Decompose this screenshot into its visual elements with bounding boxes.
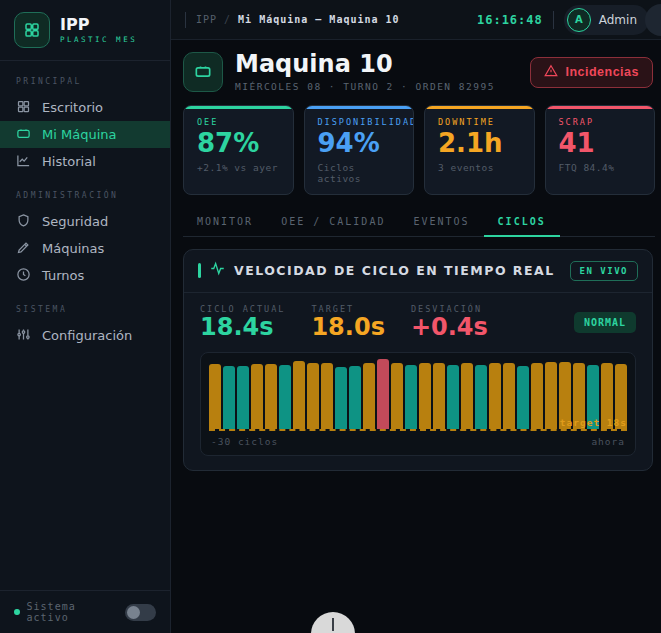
- nav-section-principal: PRINCIPAL: [0, 61, 170, 94]
- panel-header: VELOCIDAD DE CICLO EN TIEMPO REAL EN VIV…: [184, 250, 652, 293]
- kpi-subtext: FTQ 84.4%: [559, 162, 642, 173]
- cycle-bar: [531, 363, 543, 429]
- kpi-value: 2.1h: [438, 129, 521, 158]
- stat-value-target: 18.0s: [311, 314, 385, 342]
- shield-icon: [16, 213, 31, 231]
- cycle-bar: [433, 363, 445, 429]
- machine-icon: [16, 126, 31, 144]
- breadcrumb-current: Mi Máquina — Maquina 10: [238, 14, 399, 25]
- tab-eventos[interactable]: EVENTOS: [399, 209, 483, 237]
- stat-value-ciclo-actual: 18.4s: [200, 314, 285, 342]
- content: Maquina 10 MIÉRCOLES 08 · TURNO 2 · ORDE…: [171, 40, 661, 633]
- topbar-divider: [553, 11, 554, 29]
- kpi-accent: [305, 106, 414, 109]
- sidebar-item-maquinas[interactable]: Máquinas: [0, 235, 170, 262]
- sidebar-item-label: Turnos: [42, 268, 84, 283]
- cycle-bar: [321, 363, 333, 429]
- sliders-icon: [16, 327, 31, 345]
- user-name: Admin: [599, 13, 637, 27]
- toggle-knob: [127, 606, 140, 619]
- sidebar-item-seguridad[interactable]: Seguridad: [0, 208, 170, 235]
- system-status-dot: [14, 609, 20, 615]
- x-axis-labels: -30 ciclos ahora: [209, 431, 627, 455]
- machine-icon: [183, 52, 223, 92]
- cycle-bar: [363, 363, 375, 429]
- brand-logo-icon: [14, 12, 50, 48]
- live-badge: EN VIVO: [570, 261, 638, 281]
- cycle-bar: [209, 364, 221, 429]
- kpi-value: 87%: [197, 129, 280, 158]
- sidebar-item-label: Configuración: [42, 328, 132, 343]
- kpi-label: DISPONIBILIDAD: [318, 117, 401, 127]
- system-status-label: Sistema activo: [27, 601, 118, 623]
- breadcrumb-separator: /: [224, 14, 231, 25]
- cycle-bar: [419, 363, 431, 429]
- topbar: IPP / Mi Máquina — Maquina 10 16:16:48 A…: [171, 0, 661, 40]
- cycle-bar: [461, 363, 473, 429]
- axis-right-label: ahora: [591, 436, 625, 447]
- sidebar-footer: Sistema activo: [0, 590, 170, 633]
- breadcrumb-divider: [185, 12, 186, 28]
- warning-icon: [544, 64, 558, 81]
- kpi-card-downtime: DOWNTIME 2.1h 3 eventos: [424, 105, 535, 195]
- breadcrumb: IPP / Mi Máquina — Maquina 10: [196, 14, 400, 25]
- grid-icon: [16, 99, 31, 117]
- tab-oee-calidad[interactable]: OEE / CALIDAD: [267, 209, 399, 237]
- sidebar-item-configuracion[interactable]: Configuración: [0, 322, 170, 349]
- system-toggle[interactable]: [125, 604, 156, 621]
- incidents-button[interactable]: Incidencias: [530, 57, 653, 88]
- user-menu-button[interactable]: A Admin: [564, 5, 649, 35]
- sidebar-item-label: Mi Máquina: [42, 127, 116, 142]
- cycle-bar: [223, 366, 235, 429]
- sidebar-item-turnos[interactable]: Turnos: [0, 262, 170, 289]
- kpi-subtext: 3 eventos: [438, 162, 521, 173]
- cycle-bar: [265, 364, 277, 429]
- cycle-bar: [335, 367, 347, 429]
- sidebar-item-historial[interactable]: Historial: [0, 148, 170, 175]
- cycle-bar: [517, 366, 529, 429]
- sidebar-item-escritorio[interactable]: Escritorio: [0, 94, 170, 121]
- accent-bar: [198, 263, 201, 278]
- sidebar-item-label: Seguridad: [42, 214, 108, 229]
- clock-icon: [16, 267, 31, 285]
- kpi-value: 41: [559, 129, 642, 158]
- kpi-label: DOWNTIME: [438, 117, 521, 127]
- cycle-bar: [475, 365, 487, 429]
- page-subtitle: MIÉRCOLES 08 · TURNO 2 · ORDEN 82995: [235, 81, 495, 92]
- cycle-bar: [279, 365, 291, 429]
- brand-tagline: PLASTIC MES: [60, 35, 137, 44]
- history-chart-icon: [16, 153, 31, 171]
- arrow-up-icon: [332, 618, 334, 631]
- cycle-bar: [545, 362, 557, 429]
- brand: IPP PLASTIC MES: [0, 0, 170, 61]
- kpi-card-disponibilidad: DISPONIBILIDAD 94% Ciclos activos: [304, 105, 415, 195]
- kpi-accent: [184, 106, 293, 109]
- tab-ciclos[interactable]: CICLOS: [484, 209, 560, 237]
- tab-monitor[interactable]: MONITOR: [183, 209, 267, 237]
- kpi-accent: [546, 106, 655, 109]
- sidebar-item-label: Historial: [42, 154, 96, 169]
- kpi-subtext: Ciclos activos: [318, 162, 401, 184]
- breadcrumb-root[interactable]: IPP: [196, 14, 217, 25]
- kpi-row: OEE 87% +2.1% vs ayer DISPONIBILIDAD 94%…: [183, 105, 655, 195]
- kpi-label: OEE: [197, 117, 280, 127]
- avatar: A: [567, 8, 591, 32]
- stat-value-desviacion: +0.4s: [411, 314, 488, 342]
- cycle-bar: [293, 361, 305, 429]
- tab-bar: MONITOR OEE / CALIDAD EVENTOS CICLOS: [183, 209, 655, 237]
- cycle-bar: [503, 363, 515, 429]
- sidebar-item-label: Máquinas: [42, 241, 104, 256]
- cycle-bar: [237, 366, 249, 429]
- pencil-icon: [16, 240, 31, 258]
- cycle-bar: [349, 366, 361, 429]
- status-badge: NORMAL: [574, 312, 636, 333]
- sidebar-item-mi-maquina[interactable]: Mi Máquina: [0, 121, 170, 148]
- kpi-card-scrap: SCRAP 41 FTQ 84.4%: [545, 105, 656, 195]
- nav-section-administracion: ADMINISTRACIÓN: [0, 175, 170, 208]
- cycle-bar: [307, 363, 319, 429]
- sidebar-item-label: Escritorio: [42, 100, 103, 115]
- panel-title: VELOCIDAD DE CICLO EN TIEMPO REAL: [234, 263, 555, 278]
- incidents-button-label: Incidencias: [565, 65, 639, 79]
- sidebar: IPP PLASTIC MES PRINCIPAL Escritorio Mi …: [0, 0, 171, 633]
- kpi-label: SCRAP: [559, 117, 642, 127]
